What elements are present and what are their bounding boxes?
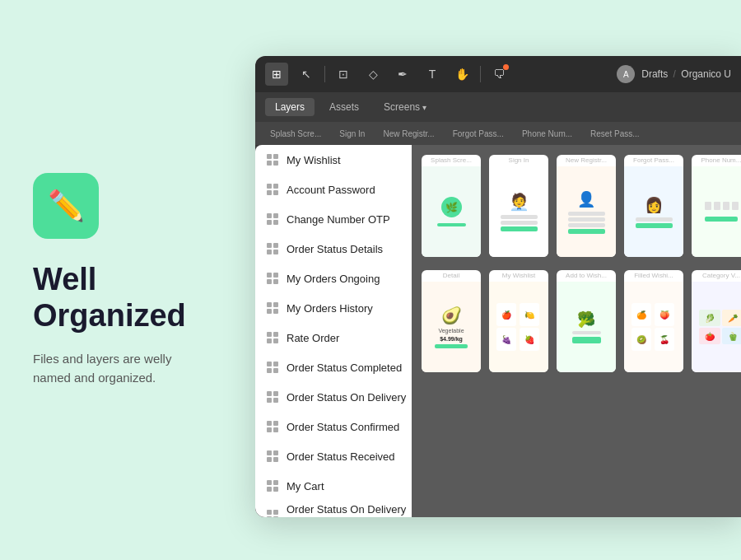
content-area: My Wishlist Account Password Change Numb… [255,145,741,517]
layer-label-order-status-completed: Order Status Completed [287,362,402,374]
tab-bar: Layers Assets Screens ▾ [255,92,741,122]
frame-tool-button[interactable]: ⊞ [265,63,288,86]
toolbar-tools: ⊞ ↖ ⊡ ◇ ✒ T ✋ 🗨 [265,63,510,86]
layer-account-password[interactable]: Account Password [255,175,412,204]
grocery-item: 🍊 [631,303,651,326]
grid-icon [267,302,278,314]
hand-tool-button[interactable]: ✋ [450,63,473,86]
grocery-item: 🍋 [520,303,539,326]
screen-tab-signin[interactable]: Sign In [331,128,373,140]
add-wishlist-preview: 🥦 [557,282,616,372]
screens-row-bottom: Detail 🥑 Vegetable $4.99/kg My Wishlist [412,267,741,382]
comment-tool-button[interactable]: 🗨 [487,63,510,86]
screen-tab-phone[interactable]: Phone Num... [514,128,580,140]
grid-icon [267,510,278,517]
screen-thumb-category[interactable]: Category V... 🥬 🥕 🍅 🫑 [692,270,741,372]
tab-screens[interactable]: Screens ▾ [374,98,436,116]
frame2-tool-button[interactable]: ⊡ [332,63,355,86]
layers-dropdown: My Wishlist Account Password Change Numb… [255,145,412,517]
form-lines [501,215,538,231]
pen-tool-button[interactable]: ✒ [391,63,414,86]
layer-my-cart[interactable]: My Cart [255,471,412,501]
screen-tab-register[interactable]: New Registr... [375,128,442,140]
splash-preview: 🌿 [422,166,481,257]
grid-icon [267,332,278,343]
layer-order-status-details[interactable]: Order Status Details [255,234,412,264]
grid-icon [267,243,278,254]
screen-label: New Registr... [557,155,616,166]
filled-wishlist-preview: 🍊 🍑 🥝 🍒 [624,282,683,372]
text-tool-button[interactable]: T [421,63,444,86]
screen-thumb-add-wishlist[interactable]: Add to Wish... 🥦 [557,270,616,372]
canvas-area: Splash Scre... 🌿 Sign In 🧑‍💼 [412,145,741,517]
screen-label: Category V... [692,270,741,282]
grocery-item: 🍇 [496,328,516,351]
screen-tab-forgot[interactable]: Forgot Pass... [445,128,512,140]
layer-label-my-orders-history: My Orders History [287,302,373,315]
wishlist-grid-2: 🍊 🍑 🥝 🍒 [631,303,677,351]
layer-my-wishlist[interactable]: My Wishlist [255,145,412,175]
layer-label-my-orders-ongoing: My Orders Ongoing [287,273,380,285]
layer-order-status-on-delivery[interactable]: Order Status On Delivery [255,382,412,412]
toolbar: ⊞ ↖ ⊡ ◇ ✒ T ✋ 🗨 A Drafts / Organico U [255,56,741,92]
select-tool-button[interactable]: ↖ [295,63,318,86]
grid-icon [267,213,278,225]
breadcrumb-drafts[interactable]: Drafts [641,68,668,80]
grocery-item: 🍓 [520,328,539,351]
layer-change-number-otp[interactable]: Change Number OTP [255,204,412,234]
forgot-preview: 👩 [624,166,683,257]
screen-label: Forgot Pass... [624,155,683,166]
screen-thumb-forgot[interactable]: Forgot Pass... 👩 [624,155,683,257]
grid-icon [267,154,278,166]
screen-thumb-filled-wishlist[interactable]: Filled Wishi... 🍊 🍑 🥝 🍒 [624,270,683,372]
grid-icon [267,450,278,462]
layer-my-orders-ongoing[interactable]: My Orders Ongoing [255,264,412,293]
grid-icon [267,480,278,492]
layer-order-status-received[interactable]: Order Status Received [255,441,412,471]
grid-icon [267,391,278,403]
screen-tab-splash[interactable]: Splash Scre... [262,128,329,140]
layer-label-my-cart: My Cart [287,480,324,492]
screen-label: Phone Num... [692,155,741,166]
layer-my-orders-history[interactable]: My Orders History [255,293,412,323]
toolbar-right: A Drafts / Organico U [617,65,731,83]
breadcrumb-project[interactable]: Organico U [681,68,731,80]
layer-rate-order[interactable]: Rate Order [255,323,412,352]
tab-screens-label: Screens [384,101,420,113]
shape-tool-button[interactable]: ◇ [361,63,384,86]
screen-label: Splash Scre... [422,155,481,166]
grocery-item: 🍒 [655,328,674,351]
layers-sidebar: My Wishlist Account Password Change Numb… [255,145,412,517]
screen-thumb-splash[interactable]: Splash Scre... 🌿 [422,155,481,257]
layer-order-status-completed[interactable]: Order Status Completed [255,352,412,382]
layer-order-status-confirmed[interactable]: Order Status Confirmed [255,412,412,441]
detail-preview: 🥑 Vegetable $4.99/kg [422,282,481,372]
layer-label-order-status-tracking: Order Status On Delivery Tracking [287,503,412,517]
grid-icon [267,273,278,284]
signin-illustration: 🧑‍💼 [509,192,529,212]
screen-thumb-signin[interactable]: Sign In 🧑‍💼 [489,155,548,257]
chevron-down-icon: ▾ [422,103,426,112]
app-icon: ✏️ [33,173,99,239]
screen-thumb-detail[interactable]: Detail 🥑 Vegetable $4.99/kg [422,270,481,372]
tab-layers[interactable]: Layers [265,98,315,116]
screen-thumb-wishlist[interactable]: My Wishlist 🍎 🍋 🍇 🍓 [489,270,548,372]
screen-thumb-register[interactable]: New Registr... 👤 [557,155,616,257]
grid-icon [267,362,278,373]
layer-label-order-status-on-delivery: Order Status On Delivery [287,391,406,404]
screen-tab-reset[interactable]: Reset Pass... [582,128,647,140]
grid-icon [267,421,278,432]
tab-assets[interactable]: Assets [319,98,369,116]
layer-label-rate-order: Rate Order [287,332,339,344]
breadcrumb: Drafts / Organico U [641,68,731,80]
layer-order-status-tracking[interactable]: Order Status On Delivery Tracking [255,501,412,517]
grocery-item: 🍎 [496,303,516,326]
screens-row-top: Splash Scre... 🌿 Sign In 🧑‍💼 [412,145,741,267]
grid-icon [267,184,278,195]
screen-thumb-phone[interactable]: Phone Num... [692,155,741,257]
user-avatar[interactable]: A [617,65,635,83]
screen-tabs-row: Splash Scre... Sign In New Registr... Fo… [255,122,741,145]
screen-label: My Wishlist [489,270,548,282]
left-title: Well Organized [33,262,231,334]
category-preview: 🥬 🥕 🍅 🫑 [692,282,741,372]
